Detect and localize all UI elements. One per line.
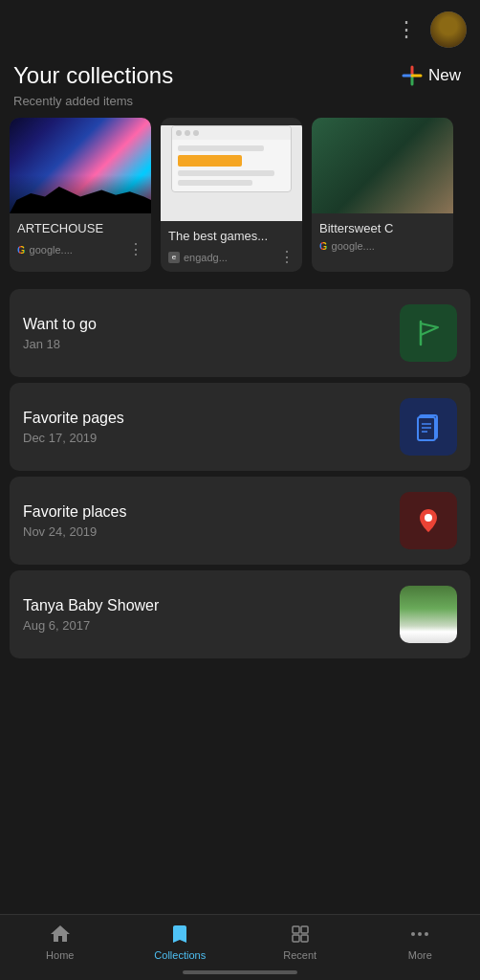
svg-rect-14 — [301, 935, 308, 942]
svg-rect-11 — [293, 926, 299, 933]
collection-date-favorite-places: Nov 24, 2019 — [23, 524, 127, 539]
card-more-artechouse[interactable]: ⋮ — [128, 240, 143, 258]
avatar[interactable] — [430, 11, 467, 48]
collection-name-favorite-pages: Favorite pages — [23, 410, 124, 427]
card-thumb-artechouse — [10, 118, 151, 213]
nav-item-more[interactable]: More — [391, 923, 448, 961]
card-artechouse[interactable]: ARTECHOUSE G google.... ⋮ — [10, 118, 151, 272]
home-icon — [49, 923, 72, 946]
card-thumb-games — [161, 125, 302, 221]
card-bittersweet[interactable]: Bittersweet C G google.... — [312, 118, 453, 272]
svg-point-16 — [418, 932, 422, 936]
engadget-icon: e — [168, 252, 180, 263]
collection-item-tanya-baby-shower[interactable]: Tanya Baby Shower Aug 6, 2017 — [10, 570, 470, 658]
svg-point-15 — [411, 932, 415, 936]
nav-label-collections: Collections — [154, 949, 206, 961]
card-best-games[interactable]: The best games... e engadg... ⋮ — [161, 118, 302, 272]
new-label: New — [428, 66, 461, 85]
google-icon: G — [17, 244, 26, 256]
collection-name-want-to-go: Want to go — [23, 316, 97, 333]
collection-date-favorite-pages: Dec 17, 2019 — [23, 431, 124, 445]
collection-thumb-tanya-baby-shower — [400, 586, 457, 643]
location-icon — [413, 505, 444, 536]
card-title-bittersweet: Bittersweet C — [319, 221, 446, 235]
source-text-games: engadg... — [184, 252, 228, 263]
card-title-games: The best games... — [168, 229, 295, 243]
page-title: Your collections — [13, 62, 173, 89]
more-options-icon[interactable]: ⋮ — [396, 17, 419, 42]
collection-name-favorite-places: Favorite places — [23, 503, 127, 521]
top-bar: ⋮ — [0, 0, 480, 56]
svg-rect-13 — [293, 935, 299, 942]
more-icon — [408, 923, 431, 946]
collection-item-favorite-pages[interactable]: Favorite pages Dec 17, 2019 — [10, 383, 470, 471]
home-indicator — [183, 970, 297, 974]
nav-label-more: More — [408, 949, 432, 961]
card-source-artechouse: G google.... ⋮ — [17, 240, 143, 258]
collection-icon-favorite-pages — [400, 398, 457, 456]
svg-rect-6 — [418, 417, 435, 440]
nav-item-recent[interactable]: Recent — [272, 923, 329, 961]
nav-item-home[interactable]: Home — [32, 923, 89, 961]
card-thumb-bittersweet — [312, 118, 453, 213]
svg-point-10 — [425, 514, 432, 522]
flag-icon — [413, 318, 444, 348]
nav-item-collections[interactable]: Collections — [151, 923, 208, 961]
cards-row: ARTECHOUSE G google.... ⋮ — [0, 118, 480, 272]
card-more-games[interactable]: ⋮ — [279, 248, 295, 266]
plus-icon — [402, 65, 423, 86]
collection-date-want-to-go: Jan 18 — [23, 337, 97, 351]
collections-list: Want to go Jan 18 Favorite pages Dec 17,… — [0, 289, 480, 658]
card-source-games: e engadg... ⋮ — [168, 248, 295, 266]
collection-item-favorite-places[interactable]: Favorite places Nov 24, 2019 — [10, 477, 470, 565]
collections-icon — [168, 923, 191, 946]
collection-icon-want-to-go — [400, 304, 457, 362]
card-title-artechouse: ARTECHOUSE — [17, 221, 143, 235]
collection-date-tanya-baby-shower: Aug 6, 2017 — [23, 618, 159, 633]
new-collection-button[interactable]: New — [396, 61, 467, 90]
card-source-bittersweet: G google.... — [319, 240, 446, 252]
nav-label-recent: Recent — [283, 949, 316, 961]
svg-rect-12 — [301, 926, 308, 933]
collection-icon-favorite-places — [400, 492, 457, 549]
source-text-bittersweet: google.... — [332, 240, 375, 252]
card-info-bittersweet: Bittersweet C G google.... — [312, 213, 453, 257]
card-info-artechouse: ARTECHOUSE G google.... ⋮ — [10, 213, 151, 264]
google-icon-2: G — [319, 240, 328, 252]
collection-name-tanya-baby-shower: Tanya Baby Shower — [23, 597, 159, 614]
card-info-games: The best games... e engadg... ⋮ — [161, 221, 302, 272]
recent-icon — [289, 923, 312, 946]
svg-point-17 — [425, 932, 428, 936]
recently-added-subtitle: Recently added items — [0, 92, 480, 118]
page-header: Your collections New — [0, 56, 480, 92]
nav-label-home: Home — [46, 949, 74, 961]
source-text-artechouse: google.... — [30, 244, 73, 256]
pages-icon — [413, 412, 444, 442]
collection-item-want-to-go[interactable]: Want to go Jan 18 — [10, 289, 470, 377]
